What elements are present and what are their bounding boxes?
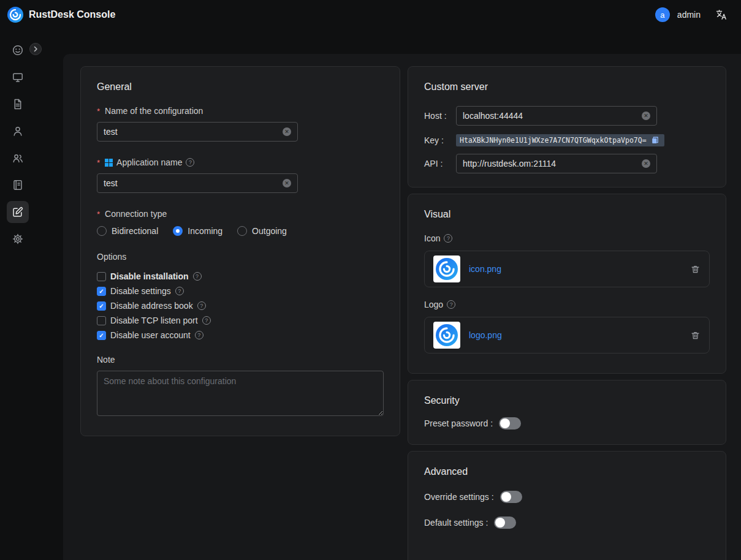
sidebar-item-audit[interactable] — [7, 93, 29, 115]
top-bar: RustDesk Console a admin — [0, 0, 741, 29]
icon-file-link[interactable]: icon.png — [469, 264, 501, 274]
sidebar-item-custom-clients[interactable] — [7, 201, 29, 223]
config-name-input-wrap — [97, 122, 298, 142]
delete-icon[interactable] — [690, 264, 701, 274]
key-row: Key : HtaXBkJNHyn0e1U1jWXze7A7CN7QTGWqxk… — [424, 134, 710, 146]
app-name-input[interactable] — [104, 178, 283, 188]
radio-bidirectional[interactable]: Bidirectional — [97, 226, 158, 236]
logo-label: Logo — [424, 300, 443, 309]
default-settings-row: Default settings : — [424, 516, 710, 529]
checkbox-box[interactable] — [97, 316, 106, 325]
rustdesk-logo-icon — [7, 7, 23, 23]
radio-outgoing[interactable]: Outgoing — [237, 226, 287, 236]
override-settings-toggle[interactable] — [500, 491, 522, 503]
general-title: General — [97, 81, 384, 93]
advanced-title: Advanced — [424, 466, 710, 477]
required-asterisk — [97, 209, 101, 219]
checkbox-disable-user-account[interactable]: Disable user account — [97, 330, 384, 340]
header-right: a admin — [655, 7, 728, 22]
sidebar-item-logs[interactable] — [7, 174, 29, 196]
sidebar-item-devices[interactable] — [7, 66, 29, 88]
host-row: Host : — [424, 106, 710, 126]
checkbox-disable-address-book[interactable]: Disable address book — [97, 301, 384, 311]
clear-icon[interactable] — [283, 127, 291, 136]
radio-dot[interactable] — [237, 226, 247, 236]
windows-icon — [105, 159, 113, 167]
checkbox-box[interactable] — [97, 287, 106, 296]
sidebar — [0, 29, 36, 560]
api-label: API : — [424, 159, 456, 168]
default-settings-label: Default settings : — [424, 518, 488, 528]
api-input-wrap — [456, 154, 657, 173]
name-field-label: Name of the configuration — [105, 106, 203, 116]
checkbox-disable-tcp-listen-port[interactable]: Disable TCP listen port — [97, 316, 384, 325]
connection-type-label: Connection type — [105, 209, 167, 219]
help-icon[interactable] — [447, 300, 455, 309]
help-icon[interactable] — [186, 158, 194, 167]
api-input[interactable] — [463, 159, 642, 168]
help-icon[interactable] — [444, 234, 452, 243]
host-input-wrap — [456, 106, 657, 126]
icon-file-box: icon.png — [424, 251, 710, 287]
logo-file-box: logo.png — [424, 317, 710, 354]
app-name-field-label: Application name — [116, 157, 182, 167]
sidebar-item-users[interactable] — [7, 120, 29, 142]
sidebar-item-dashboard[interactable] — [7, 39, 29, 61]
override-settings-row: Override settings : — [424, 491, 710, 503]
override-settings-label: Override settings : — [424, 492, 494, 502]
app-title: RustDesk Console — [29, 9, 115, 20]
avatar[interactable]: a — [655, 7, 670, 22]
preset-password-toggle[interactable] — [499, 417, 521, 429]
preset-password-label: Preset password : — [424, 418, 493, 428]
custom-server-title: Custom server — [424, 81, 710, 93]
icon-label: Icon — [424, 233, 440, 243]
clear-icon[interactable] — [642, 159, 650, 168]
host-label: Host : — [424, 111, 456, 121]
note-textarea[interactable] — [97, 371, 384, 416]
help-icon[interactable] — [175, 287, 184, 295]
key-field: HtaXBkJNHyn0e1U1jWXze7A7CN7QTGWqxkOtpaVp… — [456, 134, 664, 146]
checkbox-disable-installation[interactable]: Disable installation — [97, 271, 384, 281]
host-input[interactable] — [463, 111, 642, 121]
sidebar-item-settings[interactable] — [7, 228, 29, 250]
translate-icon[interactable] — [715, 9, 728, 21]
logo-preview — [433, 322, 460, 349]
content-canvas: General Name of the configuration Applic… — [63, 54, 741, 560]
general-card: General Name of the configuration Applic… — [80, 66, 400, 436]
required-asterisk — [97, 106, 101, 116]
checkbox-box[interactable] — [97, 272, 106, 281]
help-icon[interactable] — [197, 301, 206, 310]
checkbox-box[interactable] — [97, 301, 106, 311]
help-icon[interactable] — [202, 316, 211, 325]
visual-card: Visual Icon icon.png — [408, 194, 726, 374]
copy-icon[interactable] — [650, 136, 659, 145]
delete-icon[interactable] — [690, 330, 701, 341]
username[interactable]: admin — [677, 10, 701, 20]
api-row: API : — [424, 154, 710, 173]
default-settings-toggle[interactable] — [494, 516, 516, 529]
radio-dot[interactable] — [173, 226, 183, 236]
help-icon[interactable] — [195, 331, 203, 339]
security-title: Security — [424, 395, 710, 406]
key-label: Key : — [424, 135, 456, 145]
help-icon[interactable] — [193, 272, 202, 281]
main-area: General Name of the configuration Applic… — [36, 29, 741, 560]
clear-icon[interactable] — [642, 112, 650, 120]
radio-incoming[interactable]: Incoming — [173, 226, 222, 236]
required-asterisk — [97, 157, 101, 167]
key-value: HtaXBkJNHyn0e1U1jWXze7A7CN7QTGWqxkOtpaVp… — [460, 136, 647, 145]
checkbox-disable-settings[interactable]: Disable settings — [97, 286, 384, 296]
visual-title: Visual — [424, 209, 710, 220]
security-card: Security Preset password : — [408, 380, 726, 445]
radio-dot[interactable] — [97, 226, 107, 236]
clear-icon[interactable] — [283, 179, 291, 187]
config-name-input[interactable] — [104, 127, 283, 137]
note-label: Note — [97, 355, 115, 365]
connection-type-group: Bidirectional Incoming Outgoing — [97, 226, 384, 236]
options-label: Options — [97, 252, 126, 262]
sidebar-item-groups[interactable] — [7, 147, 29, 169]
checkbox-box[interactable] — [97, 331, 106, 340]
sidebar-expand-button[interactable] — [29, 43, 42, 55]
brand: RustDesk Console — [7, 7, 115, 23]
logo-file-link[interactable]: logo.png — [469, 330, 502, 340]
